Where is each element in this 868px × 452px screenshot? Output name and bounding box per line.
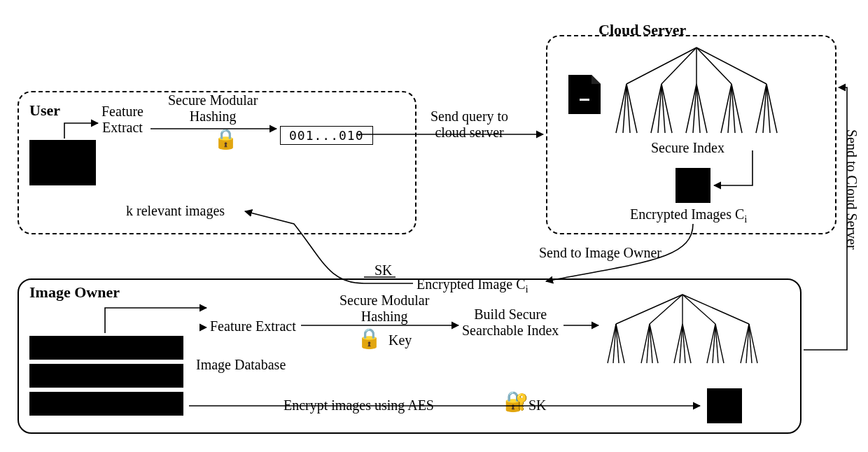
owner-encrypted-image <box>707 388 742 423</box>
user-title: User <box>29 101 60 120</box>
svg-line-30 <box>682 295 749 324</box>
svg-line-27 <box>650 295 682 324</box>
svg-line-26 <box>616 295 682 324</box>
send-to-owner-label: Send to Image Owner <box>539 245 662 261</box>
encrypted-image-ci-label: Encrypted Image Ci <box>416 276 528 295</box>
user-hash-code: 001...010 <box>280 126 373 145</box>
cloud-encrypted-image <box>676 168 710 203</box>
secure-index-label: Secure Index <box>651 140 724 156</box>
user-query-image <box>29 140 96 185</box>
svg-rect-0 <box>580 99 589 101</box>
cloud-tree-icon <box>609 42 784 143</box>
owner-tree-icon <box>602 290 763 370</box>
k-relevant-label: k relevant images <box>126 203 225 219</box>
image-database-label: Image Database <box>196 357 286 373</box>
svg-line-4 <box>696 48 732 84</box>
lock-shield-icon: 🔐 <box>504 392 525 416</box>
file-icon <box>567 73 602 115</box>
svg-line-29 <box>682 295 715 324</box>
svg-line-5 <box>696 48 766 84</box>
image-database-stack <box>29 336 183 416</box>
encrypt-aes-label: Encrypt images using AES <box>284 397 434 414</box>
sk-flow-label: SK <box>374 262 393 278</box>
owner-sk-label: SK <box>528 397 547 414</box>
lock-icon: 🔒 <box>214 129 234 153</box>
owner-key-label: Key <box>388 332 412 348</box>
owner-secure-hashing-label: Secure Modular Hashing <box>340 292 429 325</box>
owner-title: Image Owner <box>29 283 120 302</box>
cloud-title: Cloud Server <box>598 21 686 39</box>
build-index-label: Build Secure Searchable Index <box>462 306 559 339</box>
owner-feature-extract-label: Feature Extract <box>210 318 296 334</box>
svg-line-2 <box>662 48 696 84</box>
svg-line-1 <box>626 48 696 84</box>
send-query-label: Send query to cloud server <box>430 108 508 141</box>
lock-icon: 🔒 <box>357 329 378 353</box>
send-to-cloud-label: Send to Cloud Server <box>844 129 860 250</box>
user-feature-extract-label: Feature Extract <box>102 104 144 136</box>
cloud-encrypted-images-label: Encrypted Images Ci <box>630 206 747 225</box>
user-secure-hashing-label: Secure Modular Hashing <box>168 92 258 125</box>
